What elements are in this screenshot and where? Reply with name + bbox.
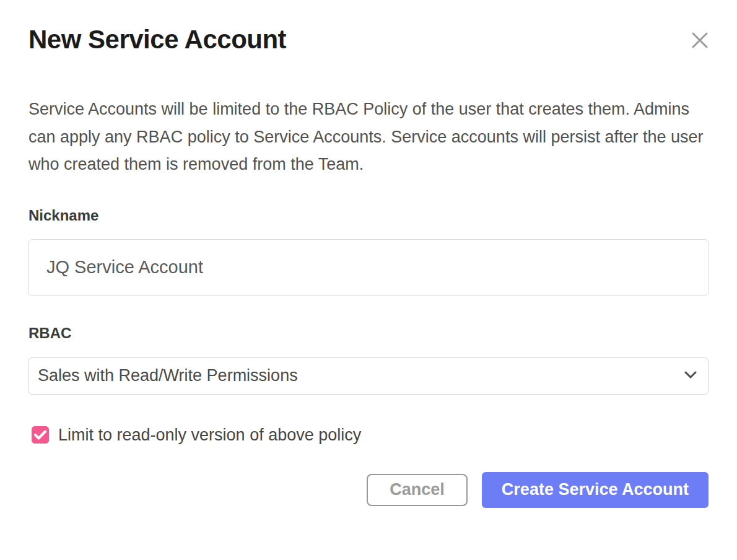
close-icon	[691, 31, 709, 51]
rbac-selected-value: Sales with Read/Write Permissions	[38, 366, 298, 385]
checkmark-icon	[34, 430, 46, 440]
new-service-account-modal: New Service Account Service Accounts wil…	[0, 0, 737, 560]
limit-readonly-label[interactable]: Limit to read-only version of above poli…	[58, 426, 361, 445]
limit-readonly-row: Limit to read-only version of above poli…	[28, 426, 709, 445]
nickname-input[interactable]	[28, 239, 709, 296]
cancel-button[interactable]: Cancel	[367, 474, 468, 506]
rbac-select[interactable]: Sales with Read/Write Permissions	[28, 357, 709, 395]
nickname-label: Nickname	[28, 207, 709, 224]
modal-footer: Cancel Create Service Account	[28, 472, 709, 508]
modal-description: Service Accounts will be limited to the …	[28, 95, 709, 178]
chevron-down-icon	[684, 370, 697, 382]
rbac-label: RBAC	[28, 325, 709, 342]
close-button[interactable]	[689, 30, 711, 52]
create-service-account-button[interactable]: Create Service Account	[482, 472, 709, 508]
limit-readonly-checkbox[interactable]	[32, 426, 49, 444]
page-title: New Service Account	[28, 25, 709, 55]
